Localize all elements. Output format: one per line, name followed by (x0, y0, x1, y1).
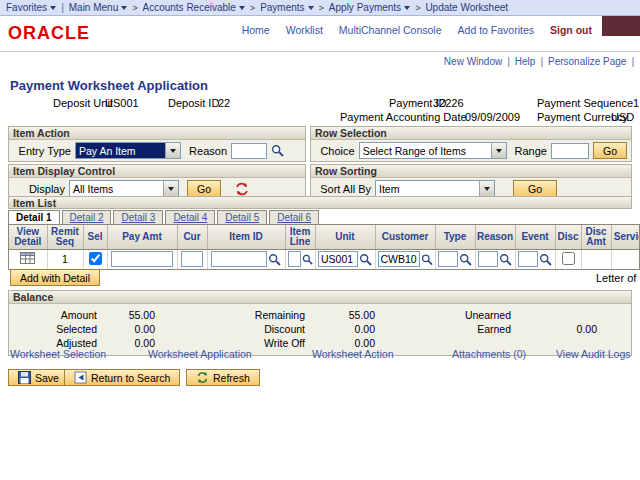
chevron-down-icon (308, 6, 314, 10)
add-with-detail-button[interactable]: Add with Detail (10, 269, 100, 286)
return-to-search-icon (74, 371, 87, 384)
breadcrumb: Favorites Main Menu Accounts Receivable … (0, 0, 640, 16)
lookup-icon[interactable] (499, 253, 512, 266)
lookup-icon[interactable] (271, 144, 284, 157)
item-action-title: Item Action (9, 127, 305, 140)
col-item-id[interactable]: Item ID (207, 225, 285, 250)
item-line-input[interactable] (288, 251, 301, 267)
balance-label: Amount (9, 309, 99, 323)
view-detail-icon[interactable] (20, 252, 35, 264)
col-disc-amt[interactable]: Disc Amt (581, 225, 611, 250)
lookup-icon[interactable] (268, 253, 281, 266)
balance-label: Remaining (157, 309, 307, 323)
tab-detail-4[interactable]: Detail 4 (165, 210, 215, 224)
add-to-favorites-link[interactable]: Add to Favorites (458, 24, 534, 36)
oracle-logo: ORACLE (8, 23, 90, 44)
balance-value: 0.00 (99, 323, 157, 337)
display-select[interactable]: All Items (69, 180, 179, 197)
lookup-icon[interactable] (421, 253, 433, 266)
entry-type-select[interactable]: Pay An Item (75, 142, 181, 159)
col-item-line[interactable]: Item Line (285, 225, 315, 250)
chevron-down-icon (121, 6, 127, 10)
item-display-control-title: Item Display Control (9, 165, 305, 178)
tab-detail-1[interactable]: Detail 1 (8, 210, 60, 224)
event-input[interactable] (518, 251, 538, 267)
reason-row-input[interactable] (478, 251, 498, 267)
row-selection-go-button[interactable]: Go (593, 142, 627, 159)
col-event[interactable]: Event (515, 225, 555, 250)
chevron-down-icon (404, 6, 410, 10)
disc-checkbox[interactable] (562, 252, 575, 265)
lookup-icon[interactable] (359, 253, 372, 266)
dropdown-button[interactable] (479, 181, 494, 196)
sign-out-link[interactable]: Sign out (550, 24, 592, 36)
tab-detail-2[interactable]: Detail 2 (62, 210, 112, 224)
unit-input[interactable] (318, 251, 358, 267)
lookup-icon[interactable] (459, 253, 472, 266)
customer-input[interactable] (378, 251, 420, 267)
col-service-part[interactable]: Service Par (611, 225, 640, 250)
personalize-page-link[interactable]: Personalize Page (548, 56, 626, 67)
lookup-icon[interactable] (539, 253, 552, 266)
col-sel[interactable]: Sel (83, 225, 107, 250)
pay-amt-input[interactable] (111, 251, 173, 267)
menu-apply-payments[interactable]: Apply Payments (329, 2, 410, 13)
col-view-detail[interactable]: View Detail (9, 225, 47, 250)
dropdown-button[interactable] (165, 143, 180, 158)
separator (61, 2, 64, 13)
page-action-bar: New Window Help Personalize Page (444, 56, 634, 67)
menu-main-menu[interactable]: Main Menu (69, 2, 127, 13)
refresh-conversion-icon[interactable] (235, 182, 249, 196)
worklist-link[interactable]: Worklist (286, 24, 323, 36)
dropdown-button[interactable] (491, 143, 506, 158)
worksheet-selection-link[interactable]: Worksheet Selection (10, 348, 106, 360)
col-cur[interactable]: Cur (177, 225, 207, 250)
col-customer[interactable]: Customer (375, 225, 435, 250)
item-display-go-button[interactable]: Go (187, 180, 221, 197)
home-link[interactable]: Home (242, 24, 270, 36)
row-sorting-go-button[interactable]: Go (513, 180, 557, 197)
col-remit-seq[interactable]: Remit Seq (47, 225, 83, 250)
menu-accounts-receivable[interactable]: Accounts Receivable (142, 2, 244, 13)
tab-detail-6[interactable]: Detail 6 (269, 210, 319, 224)
sel-checkbox[interactable] (89, 252, 102, 265)
deposit-unit-value: US001 (105, 97, 139, 109)
type-input[interactable] (438, 251, 458, 267)
view-audit-logs-link[interactable]: View Audit Logs (556, 348, 631, 360)
col-type[interactable]: Type (435, 225, 475, 250)
range-input[interactable] (551, 143, 589, 159)
dropdown-button[interactable] (163, 181, 178, 196)
tab-detail-5[interactable]: Detail 5 (217, 210, 267, 224)
item-display-control-box: Item Display Control Display All Items G… (8, 164, 306, 200)
refresh-button[interactable]: Refresh (186, 369, 260, 386)
col-disc[interactable]: Disc (555, 225, 581, 250)
payment-worksheet-page: Favorites Main Menu Accounts Receivable … (0, 0, 640, 480)
col-reason[interactable]: Reason (475, 225, 515, 250)
attachments-link[interactable]: Attachments (0) (452, 348, 526, 360)
save-button[interactable]: Save (8, 369, 69, 386)
chevron-down-icon (496, 149, 502, 153)
worksheet-application-link[interactable]: Worksheet Application (148, 348, 252, 360)
worksheet-action-link[interactable]: Worksheet Action (312, 348, 394, 360)
return-to-search-button[interactable]: Return to Search (64, 369, 180, 386)
reason-input[interactable] (231, 143, 267, 159)
item-action-box: Item Action Entry Type Pay An Item Reaso… (8, 126, 306, 162)
balance-label: Selected (9, 323, 99, 337)
balance-value (513, 309, 599, 323)
balance-label: Earned (377, 323, 513, 337)
menu-payments[interactable]: Payments (260, 2, 313, 13)
choice-select[interactable]: Select Range of Items (359, 142, 508, 159)
lookup-icon[interactable] (302, 253, 313, 266)
multichannel-console-link[interactable]: MultiChannel Console (339, 24, 442, 36)
new-window-link[interactable]: New Window (444, 56, 502, 67)
sort-all-by-select[interactable]: Item (375, 180, 495, 197)
help-link[interactable]: Help (515, 56, 536, 67)
col-pay-amt[interactable]: Pay Amt (107, 225, 177, 250)
row-sorting-title: Row Sorting (311, 165, 631, 178)
tab-detail-3[interactable]: Detail 3 (113, 210, 163, 224)
cur-input[interactable] (181, 251, 203, 267)
remit-seq-value: 1 (62, 253, 68, 265)
menu-favorites[interactable]: Favorites (6, 2, 56, 13)
item-id-input[interactable] (211, 251, 267, 267)
col-unit[interactable]: Unit (315, 225, 375, 250)
